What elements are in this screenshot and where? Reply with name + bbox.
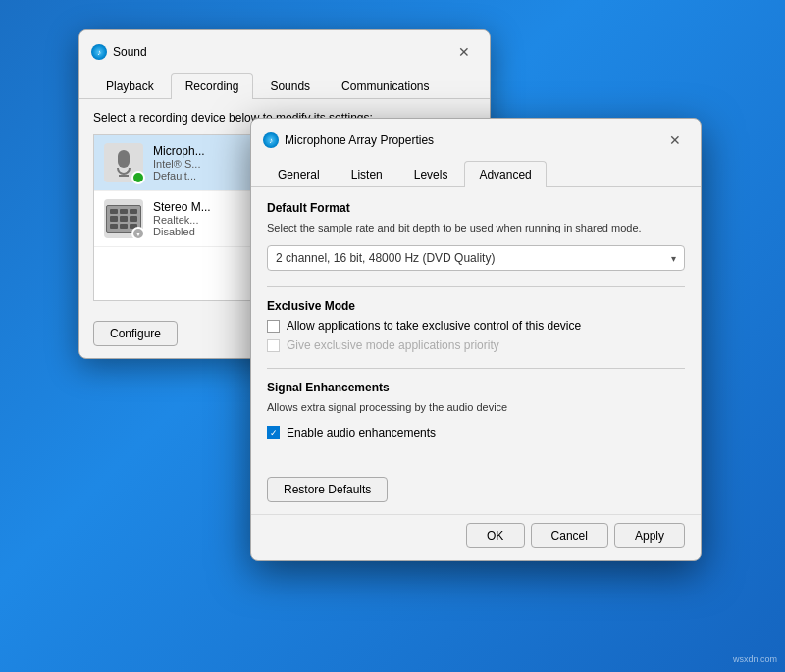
exclusive-control-label: Allow applications to take exclusive con… [287,319,581,333]
configure-button[interactable]: Configure [93,321,178,346]
tab-advanced[interactable]: Advanced [464,161,546,187]
prop-footer: OK Cancel Apply [251,514,701,560]
sound-icon: ♪ [91,44,107,60]
tab-sounds[interactable]: Sounds [255,73,325,99]
disabled-status-badge: ▼ [131,227,145,240]
prop-titlebar-left: ♪ Microphone Array Properties [263,132,434,148]
prop-title: Microphone Array Properties [285,133,434,147]
titlebar-left: ♪ Sound [91,44,147,60]
exclusive-priority-label: Give exclusive mode applications priorit… [287,338,499,352]
default-format-section: Default Format Select the sample rate an… [267,201,685,271]
exclusive-priority-row: Give exclusive mode applications priorit… [267,338,685,352]
exclusive-control-checkbox[interactable] [267,320,280,333]
exclusive-control-row: Allow applications to take exclusive con… [267,319,685,333]
signal-enhancements-title: Signal Enhancements [267,381,685,394]
dropdown-arrow-icon: ▾ [671,253,676,264]
sound-titlebar: ♪ Sound ✕ [79,30,490,72]
sample-rate-value: 2 channel, 16 bit, 48000 Hz (DVD Quality… [276,251,495,265]
signal-enhancements-desc: Allows extra signal processing by the au… [267,400,685,415]
watermark: wsxdn.com [733,654,777,664]
tab-listen[interactable]: Listen [337,161,397,187]
separator-2 [267,368,685,369]
exclusive-mode-title: Exclusive Mode [267,299,685,313]
tab-communications[interactable]: Communications [327,73,444,99]
active-status-badge [131,171,145,184]
prop-content: Default Format Select the sample rate an… [251,187,701,469]
prop-tabs: General Listen Levels Advanced [251,160,701,187]
apply-button[interactable]: Apply [614,523,685,548]
properties-dialog: ♪ Microphone Array Properties ✕ General … [250,118,702,561]
audio-enhancements-row: Enable audio enhancements [267,426,685,439]
cancel-button[interactable]: Cancel [531,523,608,548]
tab-recording[interactable]: Recording [171,73,254,99]
prop-footer-top: Restore Defaults [251,469,701,510]
sample-rate-dropdown[interactable]: 2 channel, 16 bit, 48000 Hz (DVD Quality… [267,245,685,271]
sound-close-button[interactable]: ✕ [450,38,478,66]
audio-enhancements-checkbox[interactable] [267,426,280,439]
default-format-title: Default Format [267,201,685,215]
prop-titlebar: ♪ Microphone Array Properties ✕ [251,119,701,160]
sound-title: Sound [113,45,147,59]
restore-defaults-button[interactable]: Restore Defaults [267,477,388,502]
tab-general[interactable]: General [263,161,335,187]
prop-icon: ♪ [263,132,279,148]
audio-enhancements-label: Enable audio enhancements [287,426,436,439]
signal-enhancements-section: Signal Enhancements Allows extra signal … [267,381,685,439]
exclusive-mode-section: Exclusive Mode Allow applications to tak… [267,299,685,352]
tab-playback[interactable]: Playback [91,73,169,99]
ok-button[interactable]: OK [466,523,525,548]
exclusive-priority-checkbox[interactable] [267,339,280,352]
sound-tabs: Playback Recording Sounds Communications [79,72,490,99]
tab-levels[interactable]: Levels [399,161,463,187]
stereo-icon: ▼ [104,199,143,238]
default-format-desc: Select the sample rate and bit depth to … [267,221,685,235]
separator-1 [267,286,685,287]
prop-close-button[interactable]: ✕ [661,127,689,154]
microphone-icon [104,143,143,182]
